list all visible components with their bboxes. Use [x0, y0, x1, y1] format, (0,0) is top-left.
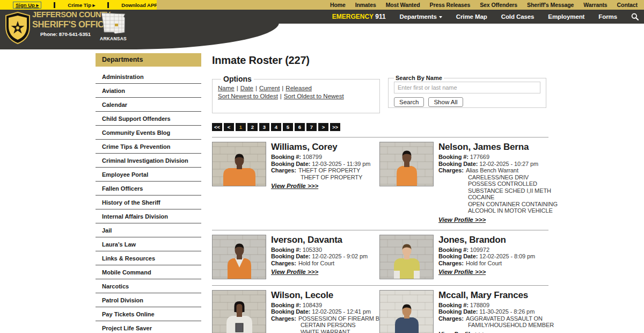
sidebar-item-jail[interactable]: Jail	[96, 223, 201, 237]
charge-list: Hold for Court	[298, 260, 334, 267]
view-profile-link[interactable]: View Profile >>>	[438, 216, 486, 223]
option-link-sort-oldest-to-newest[interactable]: Sort Oldest to Newest	[284, 93, 344, 99]
search-icon[interactable]	[631, 13, 639, 20]
sidebar-item-laura-s-law[interactable]: Laura's Law	[96, 237, 201, 251]
row-divider	[212, 230, 548, 230]
show-all-button[interactable]: Show All	[428, 97, 463, 107]
inmate-card: Mccall, Mary FrancesBooking #: 178809Boo…	[379, 290, 547, 333]
search-input[interactable]	[394, 82, 540, 93]
mugshot-image[interactable]	[212, 142, 266, 186]
topnav-warrants[interactable]: Warrants	[583, 2, 607, 8]
page-button-4[interactable]: 4	[271, 123, 281, 131]
sidebar-item-community-events-blog[interactable]: Community Events Blog	[96, 126, 201, 140]
page-button-5[interactable]: 5	[283, 123, 293, 131]
view-profile-link[interactable]: View Profile >>>	[438, 269, 486, 275]
page-button-1[interactable]: 1	[236, 123, 246, 131]
main-panel: Inmate Roster (227) Options Name|Date|Cu…	[212, 53, 548, 333]
topnav-contact[interactable]: Contact	[617, 2, 638, 8]
view-profile-link[interactable]: View Profile >>>	[271, 183, 318, 189]
mugshot-image[interactable]	[212, 290, 266, 333]
topnav-inmates[interactable]: Inmates	[355, 2, 376, 8]
nav-employment[interactable]: Employment	[548, 13, 584, 20]
inmate-card: Jones, BrandonBooking #: 109972Booking D…	[379, 235, 547, 279]
page-button-7[interactable]: 7	[306, 123, 317, 131]
option-link-current[interactable]: Current	[259, 85, 280, 91]
booking-number-label: Booking #:	[271, 302, 301, 308]
sidebar-item-mobile-command[interactable]: Mobile Command	[96, 265, 201, 279]
sidebar-item-narcotics[interactable]: Narcotics	[96, 279, 201, 293]
charges-line: Charges:Hold for Court	[271, 260, 368, 267]
site-header: EMERGENCY 911 DepartmentsCrime MapCold C…	[0, 10, 644, 49]
sidebar-item-child-support-offenders[interactable]: Child Support Offenders	[96, 112, 201, 126]
nav-cold-cases[interactable]: Cold Cases	[501, 13, 535, 20]
sidebar-item-fallen-officers[interactable]: Fallen Officers	[96, 182, 201, 196]
sidebar-item-employee-portal[interactable]: Employee Portal	[96, 168, 201, 182]
sidebar-item-administration[interactable]: Administration	[96, 70, 201, 84]
charge-list: Hold for Court	[466, 260, 502, 267]
page-button-6[interactable]: 6	[295, 123, 305, 131]
inmate-info: Nelson, James BernaBooking #: 177669Book…	[438, 142, 547, 224]
logo-block: JEFFERSON COUNTY SHERIFF'S OFFICE Phone:…	[0, 10, 279, 49]
mugshot-image[interactable]	[379, 235, 434, 279]
sidebar-item-aviation[interactable]: Aviation	[96, 84, 201, 98]
option-link-released[interactable]: Released	[286, 85, 312, 91]
sidebar-item-history-of-the-sheriff[interactable]: History of the Sheriff	[96, 196, 201, 209]
sidebar-item-internal-affairs-division[interactable]: Internal Affairs Division	[96, 209, 201, 223]
search-button[interactable]: Search	[394, 97, 424, 107]
charges-label: Charges:	[438, 260, 464, 267]
mugshot-image[interactable]	[212, 235, 266, 279]
page-button-[interactable]: >>	[330, 123, 340, 131]
sidebar-item-project-life-saver[interactable]: Project Life Saver	[96, 321, 201, 333]
inmate-info: Wilson, LecoleBooking #: 108439Booking D…	[271, 290, 379, 333]
option-link-sort-newest-to-oldest[interactable]: Sort Newest to Oldest	[218, 93, 278, 99]
page-button-[interactable]: >	[318, 123, 328, 131]
booking-date-label: Booking Date:	[438, 161, 478, 167]
booking-number-line: Booking #: 108439	[271, 302, 379, 309]
topnav-press-releases[interactable]: Press Releases	[430, 2, 471, 8]
nav-departments[interactable]: Departments	[400, 13, 442, 20]
top-bar: Sign Up ▸Crime Tip ▸Download APP ▸ HomeI…	[0, 0, 644, 10]
roster-row: Williams, CoreyBooking #: 108799Booking …	[212, 142, 548, 224]
view-profile-link[interactable]: View Profile >>>	[271, 269, 318, 275]
topnav-most-wanted[interactable]: Most Wanted	[386, 2, 420, 8]
topnav-home[interactable]: Home	[330, 2, 346, 8]
top-nav: HomeInmatesMost WantedPress ReleasesSex …	[157, 0, 644, 10]
mugshot-image[interactable]	[379, 290, 434, 333]
separator: |	[282, 85, 283, 91]
sidebar-item-crime-tips-prevention[interactable]: Crime Tips & Prevention	[96, 140, 201, 154]
view-profile-link[interactable]: View Profile >>>	[438, 331, 486, 333]
charges-line: Charges:AGGRAVATED ASSAULT ONFAMILY/HOUS…	[438, 315, 547, 329]
page-button-[interactable]: <	[224, 123, 234, 131]
crime-tip-link[interactable]: Crime Tip ▸	[68, 2, 95, 8]
sidebar-item-patrol-division[interactable]: Patrol Division	[96, 293, 201, 307]
page-button-2[interactable]: 2	[247, 123, 258, 131]
sidebar-title: Departments	[96, 53, 201, 67]
nav-crime-map[interactable]: Crime Map	[456, 13, 487, 20]
sidebar-item-pay-tickets-online[interactable]: Pay Tickets Online	[96, 307, 201, 321]
topnav-sex-offenders[interactable]: Sex Offenders	[480, 2, 517, 8]
booking-date-line: Booking Date: 12-02-2025 - 12:41 pm	[271, 308, 379, 315]
office-name: SHERIFF'S OFFICE	[32, 20, 99, 29]
booking-date-line: Booking Date: 11-30-2025 - 8:26 pm	[438, 308, 547, 315]
phone-number: Phone: 870-541-5351	[32, 32, 99, 37]
mugshot-image[interactable]	[379, 142, 434, 186]
separator: |	[280, 93, 282, 99]
sidebar-item-links-resources[interactable]: Links & Resources	[96, 251, 201, 265]
quick-links-bar: Sign Up ▸Crime Tip ▸Download APP ▸	[0, 0, 157, 10]
sidebar-item-calendar[interactable]: Calendar	[96, 98, 201, 112]
option-link-name[interactable]: Name	[218, 85, 235, 91]
download-app-link[interactable]: Download APP ▸	[121, 2, 161, 8]
row-divider	[212, 285, 548, 286]
sign-up-link[interactable]: Sign Up ▸	[13, 2, 41, 9]
booking-date-line: Booking Date: 12-03-2025 - 11:39 pm	[271, 161, 370, 168]
sidebar-item-criminal-investigation-division[interactable]: Criminal Investigation Division	[96, 154, 201, 168]
page-button-3[interactable]: 3	[259, 123, 269, 131]
charge-item: POSSESS CONTROLLED	[466, 180, 558, 187]
option-link-date[interactable]: Date	[240, 85, 253, 91]
page-button-[interactable]: <<	[212, 123, 222, 131]
nav-forms[interactable]: Forms	[598, 13, 617, 20]
inmate-card: Wilson, LecoleBooking #: 108439Booking D…	[212, 290, 379, 333]
search-legend: Search By Name	[394, 75, 444, 81]
topnav-sheriff-s-message[interactable]: Sheriff's Message	[527, 2, 574, 8]
separator: |	[255, 85, 257, 91]
